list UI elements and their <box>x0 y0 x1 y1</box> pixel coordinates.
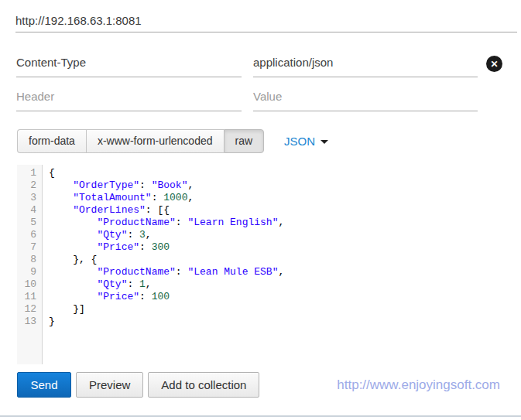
code-line: } <box>49 316 508 328</box>
preview-button[interactable]: Preview <box>76 372 143 398</box>
enjoyingsoft-link[interactable]: http://www.enjoyingsoft.com <box>337 377 500 393</box>
line-number: 1 <box>17 167 36 179</box>
header-row-filled: ✕ <box>16 48 521 77</box>
actions-row: Send Preview Add to collection http://ww… <box>17 372 505 398</box>
code-line: "Price": 300 <box>49 241 508 254</box>
code-line: "TotalAmount": 1000, <box>49 192 508 204</box>
url-row <box>0 0 521 32</box>
line-number: 8 <box>17 254 36 266</box>
line-number: 5 <box>17 217 36 229</box>
line-number: 2 <box>17 179 36 192</box>
editor-line-number-gutter: 12345678910111213 <box>17 165 43 364</box>
header-value-input[interactable] <box>253 48 478 77</box>
new-header-value-input[interactable] <box>253 82 478 111</box>
line-number: 6 <box>17 229 36 241</box>
header-name-input[interactable] <box>16 48 242 77</box>
code-line: }] <box>49 303 508 316</box>
code-line: "OrderType": "Book", <box>49 179 508 192</box>
code-line: "Qty": 1, <box>49 278 508 291</box>
editor-code-area[interactable]: { "OrderType": "Book", "TotalAmount": 10… <box>43 165 508 364</box>
line-number: 10 <box>17 278 36 291</box>
circle-x-icon: ✕ <box>486 56 502 72</box>
code-line: "ProductName": "Lean Mule ESB", <box>49 266 508 278</box>
body-type-tabs-row: form-data x-www-form-urlencoded raw JSON <box>17 129 521 153</box>
rest-client-app: ✕ form-data x-www-form-urlencoded raw JS… <box>0 0 521 420</box>
line-number: 3 <box>17 192 36 204</box>
code-line: "OrderLines": [{ <box>49 204 508 217</box>
tab-x-www-form-urlencoded[interactable]: x-www-form-urlencoded <box>86 129 224 153</box>
header-row-empty <box>16 82 521 111</box>
line-number: 9 <box>17 266 36 278</box>
line-number: 13 <box>17 316 36 328</box>
bottom-divider <box>0 415 521 417</box>
send-button[interactable]: Send <box>17 372 71 398</box>
raw-body-editor[interactable]: 12345678910111213 { "OrderType": "Book",… <box>17 165 508 364</box>
line-number: 7 <box>17 241 36 254</box>
code-line: "Price": 100 <box>49 291 508 303</box>
raw-type-label: JSON <box>284 135 315 148</box>
line-number: 12 <box>17 303 36 316</box>
chevron-down-icon <box>320 140 328 144</box>
line-number: 4 <box>17 204 36 217</box>
code-line: }, { <box>49 254 508 266</box>
add-to-collection-button[interactable]: Add to collection <box>148 372 259 398</box>
line-number: 11 <box>17 291 36 303</box>
headers-section: ✕ <box>0 32 521 111</box>
raw-type-dropdown[interactable]: JSON <box>284 135 328 148</box>
url-input[interactable] <box>15 9 517 32</box>
tab-form-data[interactable]: form-data <box>17 129 86 153</box>
code-line: "ProductName": "Learn English", <box>49 217 508 229</box>
code-line: { <box>49 167 508 179</box>
body-type-button-group: form-data x-www-form-urlencoded raw <box>17 129 264 153</box>
new-header-name-input[interactable] <box>16 82 242 111</box>
remove-header-button[interactable]: ✕ <box>486 56 502 72</box>
tab-raw[interactable]: raw <box>224 129 265 153</box>
code-line: "Qty": 3, <box>49 229 508 241</box>
